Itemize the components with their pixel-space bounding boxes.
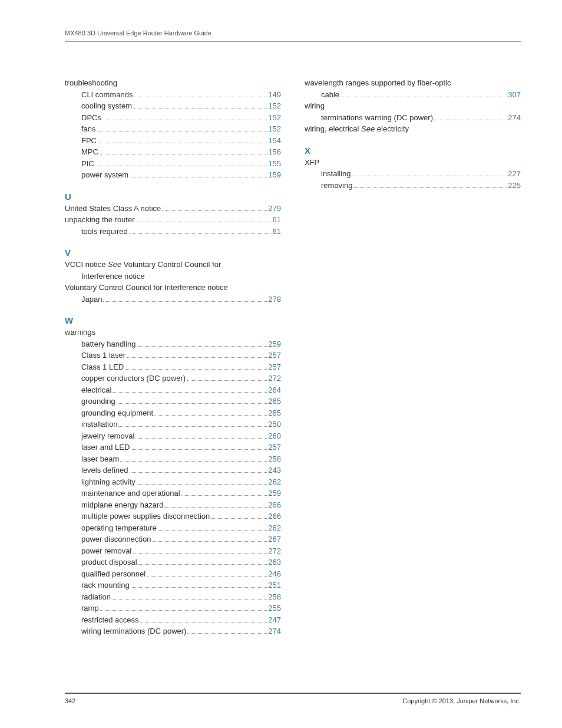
index-entry-label: rack mounting bbox=[81, 579, 130, 591]
leader-dots bbox=[134, 97, 267, 97]
header-title: MX480 3D Universal Edge Router Hardware … bbox=[65, 29, 211, 37]
index-entry: product disposal263 bbox=[65, 556, 281, 568]
index-entry-label: cable bbox=[321, 89, 339, 101]
index-entry-label: maintenance and operational bbox=[81, 487, 180, 499]
index-page-link[interactable]: 257 bbox=[268, 361, 281, 373]
leader-dots bbox=[187, 380, 267, 381]
index-entry-label: restricted access bbox=[81, 614, 139, 626]
leader-dots bbox=[340, 97, 507, 97]
index-page-link[interactable]: 274 bbox=[268, 625, 281, 637]
index-page-link[interactable]: 263 bbox=[268, 556, 281, 568]
index-entry-label: multiple power supplies disconnection bbox=[81, 510, 210, 522]
index-page-link[interactable]: 258 bbox=[268, 591, 281, 603]
index-page-link[interactable]: 155 bbox=[268, 158, 281, 170]
index-page-link[interactable]: 278 bbox=[268, 294, 281, 305]
index-entry-label: qualified personnel bbox=[81, 568, 146, 580]
index-column-left: troubleshootingCLI commands149cooling sy… bbox=[65, 77, 281, 637]
index-entry-label: MPC bbox=[81, 146, 98, 158]
index-entry: battery handling259 bbox=[65, 338, 281, 350]
index-entry-label: XFP bbox=[305, 157, 319, 169]
index-entry-label: wavelength ranges supported by fiber-opt… bbox=[305, 77, 451, 89]
leader-dots bbox=[137, 484, 267, 485]
index-entry: installing227 bbox=[305, 168, 521, 180]
index-page-link[interactable]: 243 bbox=[268, 465, 281, 476]
index-entry: warnings bbox=[65, 327, 281, 338]
index-page-link[interactable]: 265 bbox=[268, 396, 281, 407]
index-entry-label: ramp bbox=[81, 602, 99, 614]
index-page-link[interactable]: 272 bbox=[268, 545, 281, 557]
index-page-link[interactable]: 247 bbox=[268, 614, 281, 626]
index-page-link[interactable]: 250 bbox=[268, 419, 281, 430]
index-page-link[interactable]: 266 bbox=[268, 510, 281, 522]
index-page-link[interactable]: 251 bbox=[268, 579, 281, 591]
index-entry: wiring terminations (DC power)274 bbox=[65, 625, 281, 637]
leader-dots bbox=[162, 210, 267, 211]
index-entry-label: installing bbox=[321, 168, 351, 180]
index-entry: VCCI notice See Voluntary Control Counci… bbox=[65, 259, 281, 271]
index-entry: midplane energy hazard 266 bbox=[65, 499, 281, 511]
index-entry: unpacking the router61 bbox=[65, 214, 281, 226]
index-page-link[interactable]: 272 bbox=[268, 373, 281, 384]
index-page-link[interactable]: 259 bbox=[268, 487, 281, 499]
leader-dots bbox=[140, 622, 267, 622]
leader-dots bbox=[154, 415, 267, 416]
index-page-link[interactable]: 258 bbox=[268, 453, 281, 465]
index-entry: radiation258 bbox=[65, 591, 281, 603]
index-page-link[interactable]: 266 bbox=[268, 499, 281, 511]
index-page-link[interactable]: 61 bbox=[273, 214, 281, 226]
index-page-link[interactable]: 257 bbox=[268, 350, 281, 361]
index-entry: operating temperature262 bbox=[65, 522, 281, 534]
index-entry-label: unpacking the router bbox=[65, 214, 135, 226]
index-page-link[interactable]: 267 bbox=[268, 533, 281, 545]
index-entry-label: fans bbox=[81, 123, 96, 135]
index-columns: troubleshootingCLI commands149cooling sy… bbox=[65, 77, 521, 637]
index-page-link[interactable]: 259 bbox=[268, 338, 281, 350]
index-page-link[interactable]: 152 bbox=[268, 100, 281, 112]
index-page-link[interactable]: 262 bbox=[268, 522, 281, 534]
index-page-link[interactable]: 156 bbox=[268, 146, 281, 158]
index-entry: rack mounting251 bbox=[65, 579, 281, 591]
index-page-link[interactable]: 61 bbox=[273, 226, 281, 238]
index-entry: Interference notice bbox=[65, 271, 281, 282]
index-entry-label: lightning activity bbox=[81, 476, 135, 488]
index-page-link[interactable]: 255 bbox=[268, 602, 281, 614]
index-entry-label: PIC bbox=[81, 158, 94, 170]
index-page-link[interactable]: 246 bbox=[268, 568, 281, 580]
index-page-link[interactable]: 154 bbox=[268, 135, 281, 147]
index-entry: qualified personnel246 bbox=[65, 568, 281, 580]
index-entry-label: warnings bbox=[65, 327, 95, 338]
running-header: MX480 3D Universal Edge Router Hardware … bbox=[65, 29, 521, 42]
index-page-link[interactable]: 257 bbox=[268, 442, 281, 453]
index-entry-label: troubleshooting bbox=[65, 77, 117, 89]
leader-dots bbox=[97, 131, 267, 131]
index-entry-label: terminations warning (DC power) bbox=[321, 112, 433, 124]
index-page-link[interactable]: 260 bbox=[268, 430, 281, 442]
leader-dots bbox=[135, 438, 267, 439]
leader-dots bbox=[125, 369, 267, 370]
section-letter: W bbox=[65, 315, 281, 325]
index-page-link[interactable]: 152 bbox=[268, 123, 281, 135]
leader-dots bbox=[153, 541, 267, 542]
index-entry: tools required61 bbox=[65, 226, 281, 238]
index-page-link[interactable]: 149 bbox=[268, 89, 281, 101]
index-entry: fans152 bbox=[65, 123, 281, 135]
index-entry: Class 1 laser257 bbox=[65, 350, 281, 361]
index-entry: multiple power supplies disconnection266 bbox=[65, 510, 281, 522]
index-page-link[interactable]: 227 bbox=[508, 168, 521, 180]
index-page-link[interactable]: 279 bbox=[268, 203, 281, 215]
leader-dots bbox=[129, 233, 272, 234]
index-page-link[interactable]: 274 bbox=[508, 112, 521, 124]
index-entry: jewelry removal260 bbox=[65, 430, 281, 442]
index-page-link[interactable]: 159 bbox=[268, 169, 281, 181]
leader-dots bbox=[187, 633, 267, 634]
index-page-link[interactable]: 225 bbox=[508, 180, 521, 192]
leader-dots bbox=[164, 507, 267, 508]
index-page-link[interactable]: 265 bbox=[268, 407, 281, 419]
index-page-link[interactable]: 264 bbox=[268, 384, 281, 396]
index-page-link[interactable]: 152 bbox=[268, 112, 281, 124]
index-entry-label: VCCI notice See Voluntary Control Counci… bbox=[65, 259, 221, 271]
leader-dots bbox=[137, 346, 267, 347]
index-page-link[interactable]: 307 bbox=[508, 89, 521, 101]
leader-dots bbox=[100, 154, 267, 154]
index-page-link[interactable]: 262 bbox=[268, 476, 281, 488]
